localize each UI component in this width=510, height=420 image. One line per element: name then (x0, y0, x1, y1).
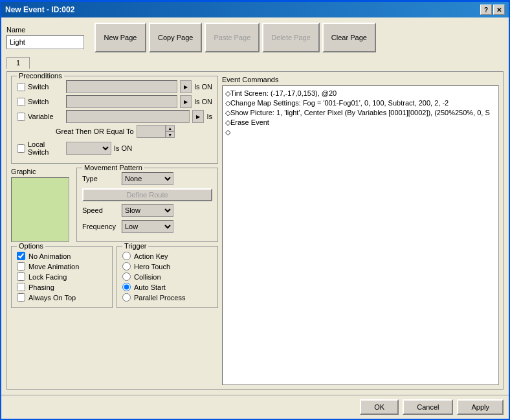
clear-page-button[interactable]: Clear Page (322, 23, 376, 52)
graphic-box: Graphic (11, 168, 72, 242)
event-line-1-text: ◇Tint Screen: (-17,-17,0,153), @20 (225, 89, 337, 98)
parallel-process-label: Parallel Process (134, 294, 185, 302)
local-switch-status: Is ON (114, 144, 132, 152)
switch2-status: Is ON (194, 98, 212, 105)
variable-dropdown[interactable] (66, 110, 190, 123)
lock-facing-row: Lock Facing (17, 272, 107, 281)
event-line-3-text: ◇Show Picture: 1, 'light', Center Pixel … (225, 109, 490, 117)
apply-button[interactable]: Apply (457, 399, 504, 415)
speed-select[interactable]: Slow Normal Fast (122, 204, 173, 217)
help-button[interactable]: ? (480, 5, 492, 15)
switch1-dropdown[interactable] (66, 80, 177, 93)
tab-1[interactable]: 1 (6, 57, 30, 69)
event-line-2-text: ◇Change Map Settings: Fog = '001-Fog01',… (225, 99, 449, 107)
event-commands-label: Event Commands (222, 76, 499, 83)
hero-touch-label: Hero Touch (134, 263, 170, 271)
type-label: Type (82, 175, 118, 182)
frequency-label: Frequency (82, 223, 118, 230)
define-route-button[interactable]: Define Route (82, 188, 212, 201)
frequency-row: Frequency Low Normal High (82, 220, 212, 233)
switch2-label: Switch (28, 98, 63, 105)
always-on-top-checkbox[interactable] (17, 293, 25, 302)
spin-up[interactable]: ▲ (166, 125, 175, 131)
switch2-arrow[interactable]: ▶ (180, 95, 192, 108)
lock-facing-checkbox[interactable] (17, 272, 25, 281)
great-then-input[interactable] (137, 125, 166, 138)
auto-start-row: Auto Start (122, 283, 212, 291)
auto-start-radio[interactable] (122, 283, 131, 291)
hero-touch-row: Hero Touch (122, 262, 212, 271)
always-on-top-row: Always On Top (17, 293, 107, 302)
trigger-label: Trigger (122, 242, 148, 250)
frequency-select[interactable]: Low Normal High (122, 220, 173, 233)
always-on-top-label: Always On Top (28, 294, 76, 302)
graphic-movement-row: Graphic Movement Pattern Type None Rando… (11, 168, 218, 242)
move-animation-label: Move Animation (28, 263, 79, 271)
switch2-checkbox[interactable] (17, 98, 25, 106)
event-line-1: ◇Tint Screen: (-17,-17,0,153), @20 (225, 89, 496, 98)
name-section: Name (6, 26, 84, 49)
variable-label: Variable (28, 113, 63, 120)
no-animation-label: No Animation (28, 252, 71, 260)
event-commands-box[interactable]: ◇Tint Screen: (-17,-17,0,153), @20 ◇Chan… (222, 85, 499, 385)
variable-row: Variable ▶ Is (17, 110, 212, 123)
variable-checkbox[interactable] (17, 113, 25, 121)
event-line-5-text: ◇ (225, 128, 230, 137)
preconditions-label: Preconditions (17, 72, 64, 80)
action-key-radio[interactable] (122, 252, 131, 260)
bottom-bar: OK Cancel Apply (1, 395, 509, 419)
no-animation-checkbox[interactable] (17, 252, 25, 260)
window-title: New Event - ID:002 (5, 5, 74, 14)
action-key-row: Action Key (122, 252, 212, 260)
auto-start-label: Auto Start (134, 283, 166, 291)
variable-arrow[interactable]: ▶ (192, 110, 204, 123)
options-trigger-row: Options No Animation Move Animation Lock… (11, 246, 218, 308)
switch1-checkbox[interactable] (17, 83, 25, 91)
options-label: Options (17, 242, 45, 250)
phasing-checkbox[interactable] (17, 283, 25, 291)
action-key-label: Action Key (134, 252, 168, 260)
title-buttons: ? ✕ (480, 5, 505, 15)
type-select[interactable]: None Random Follow Hero Custom (122, 172, 173, 185)
left-panel: Preconditions Switch ▶ Is ON Switch ▶ Is (11, 76, 218, 385)
no-animation-row: No Animation (17, 252, 107, 260)
spin-down[interactable]: ▼ (166, 131, 175, 138)
speed-row: Speed Slow Normal Fast (82, 204, 212, 217)
event-line-2: ◇Change Map Settings: Fog = '001-Fog01',… (225, 98, 496, 108)
right-panel: Event Commands ◇Tint Screen: (-17,-17,0,… (222, 76, 499, 385)
close-button[interactable]: ✕ (493, 5, 505, 15)
hero-touch-radio[interactable] (122, 262, 131, 271)
new-page-button[interactable]: New Page (94, 23, 146, 52)
local-switch-label: Local Switch (28, 140, 63, 156)
movement-pattern-label: Movement Pattern (82, 164, 144, 171)
phasing-label: Phasing (28, 283, 54, 291)
copy-page-button[interactable]: Copy Page (149, 23, 202, 52)
preconditions-group: Preconditions Switch ▶ Is ON Switch ▶ Is (11, 76, 218, 164)
parallel-process-row: Parallel Process (122, 293, 212, 302)
graphic-preview[interactable] (11, 177, 69, 242)
paste-page-button[interactable]: Paste Page (205, 23, 260, 52)
speed-label: Speed (82, 206, 118, 214)
delete-page-button[interactable]: Delete Page (262, 23, 320, 52)
move-animation-checkbox[interactable] (17, 262, 25, 271)
phasing-row: Phasing (17, 283, 107, 291)
trigger-group: Trigger Action Key Hero Touch Collision (116, 246, 218, 308)
ok-button[interactable]: OK (360, 399, 399, 415)
name-input[interactable] (6, 35, 84, 49)
local-switch-row: Local Switch Is ON (17, 140, 212, 156)
switch2-dropdown[interactable] (66, 95, 177, 108)
local-switch-select[interactable] (66, 142, 111, 155)
content-area: Name New Page Copy Page Paste Page Delet… (1, 17, 509, 395)
variable-status: Is (206, 113, 212, 120)
cancel-button[interactable]: Cancel (403, 399, 453, 415)
parallel-process-radio[interactable] (122, 293, 131, 302)
local-switch-checkbox[interactable] (17, 144, 25, 153)
event-line-3: ◇Show Picture: 1, 'light', Center Pixel … (225, 108, 496, 118)
great-then-label: Great Then OR Equal To (56, 127, 134, 135)
main-window: New Event - ID:002 ? ✕ Name New Page Cop… (0, 0, 510, 420)
collision-radio[interactable] (122, 272, 131, 281)
switch1-arrow[interactable]: ▶ (180, 80, 192, 93)
spinner-buttons: ▲ ▼ (166, 125, 175, 138)
top-row: Name New Page Copy Page Paste Page Delet… (6, 23, 504, 52)
options-group: Options No Animation Move Animation Lock… (11, 246, 113, 308)
